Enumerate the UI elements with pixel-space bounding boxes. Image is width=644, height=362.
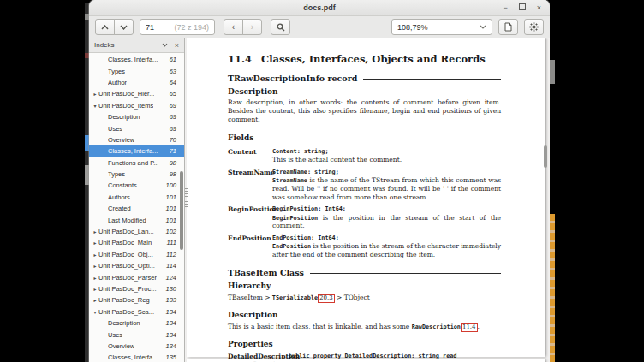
page-number-entry[interactable]: (72 z 194) (140, 19, 215, 35)
record-description: Raw description, in other words: the con… (228, 98, 501, 123)
sidebar-item[interactable]: Overview134 (89, 341, 184, 352)
next-page-button[interactable] (114, 19, 134, 35)
document-scrollbar-thumb[interactable] (544, 145, 547, 168)
field-definition: BeginPosition: Int64; BeginPosition is t… (272, 205, 501, 230)
sidebar-item-page: 70 (170, 136, 184, 144)
expander-collapsed-icon[interactable]: ▸ (92, 275, 98, 281)
sidebar-item-label: Uses (108, 331, 122, 339)
sidebar-item[interactable]: Types98 (89, 169, 184, 180)
history-forward-button[interactable]: › (242, 19, 262, 35)
zoom-level-value: 108,79% (397, 23, 428, 32)
sidebar-item[interactable]: Classes, Interfa...71 (89, 145, 184, 157)
history-back-button[interactable]: ‹ (224, 19, 243, 35)
titlebar[interactable]: docs.pdf − × (89, 0, 550, 16)
field-description: BeginPosition is the position in the str… (272, 214, 501, 230)
sidebar-item[interactable]: ▸Unit PasDoc_Proc...130 (89, 283, 184, 294)
sidebar-item[interactable]: Uses134 (89, 329, 184, 340)
sidebar-item[interactable]: Classes, Interfa...135 (89, 352, 184, 362)
sidebar-item-label: Constants (108, 181, 137, 189)
expander-collapsed-icon[interactable]: ▸ (92, 263, 98, 269)
expander-collapsed-icon[interactable]: ▸ (92, 240, 98, 246)
sidebar-item[interactable]: ▸Unit PasDoc_Opti...114 (89, 260, 184, 271)
sidebar-mode-label[interactable]: Indeks (94, 41, 115, 49)
sidebar-item-label: Classes, Interfa... (108, 147, 158, 155)
sidebar-item[interactable]: Description69 (89, 111, 184, 122)
sidebar-scrollbar-thumb[interactable] (180, 171, 183, 250)
menu-button[interactable] (524, 19, 544, 35)
desktop: docs.pdf − × (72 z 194) ‹ (0, 0, 644, 362)
sidebar-item-label: Unit PasDoc_Proc... (98, 285, 157, 293)
expander-expanded-icon[interactable]: ▾ (92, 309, 98, 315)
document-view[interactable]: 11.4 Classes, Interfaces, Objects and Re… (185, 38, 550, 362)
inline-code: TSerializable (272, 294, 318, 301)
background-stripes-artifact (550, 214, 555, 362)
properties-heading: Properties (228, 340, 501, 350)
annotations-button[interactable] (498, 19, 518, 35)
page-number-input[interactable] (146, 23, 163, 32)
sidebar-item[interactable]: ▸Unit PasDoc_Hier...65 (89, 88, 184, 99)
expander-collapsed-icon[interactable]: ▸ (92, 91, 98, 97)
sidebar-close-button[interactable]: × (175, 41, 179, 50)
close-button[interactable]: × (537, 4, 541, 12)
section-link[interactable]: 20.3 (318, 294, 335, 302)
sidebar-item[interactable]: Functions and P...98 (89, 157, 184, 169)
field-definition: EndPosition: Int64; EndPosition is the p… (272, 234, 501, 259)
field-desc-text: This is the actual content the comment. (272, 156, 402, 163)
description-heading: Description (228, 311, 501, 321)
section-number: 11.4 (228, 53, 252, 66)
sidebar-item[interactable]: ▸Unit PasDoc_Reg133 (89, 294, 184, 306)
heading-rule (363, 79, 501, 80)
class-title: TBaseItem Class (228, 268, 304, 278)
sidebar-item-page: 134 (165, 331, 184, 339)
sidebar-header: Indeks × (89, 38, 184, 53)
sidebar-item-label: Uses (108, 125, 122, 133)
field-signature: BeginPosition: Int64; (272, 205, 501, 212)
sidebar-item[interactable]: ▸Unit PasDoc_Parser124 (89, 271, 184, 282)
sidebar-item[interactable]: ▾Unit PasDoc_Items69 (89, 100, 184, 111)
sidebar-item[interactable]: Description134 (89, 317, 184, 329)
class-desc-text: . (478, 323, 480, 330)
maximize-button[interactable] (519, 3, 526, 12)
sidebar-item[interactable]: Author64 (89, 77, 184, 88)
heading-rule (310, 273, 501, 274)
sidebar-item[interactable]: ▸Unit PasDoc_Lan...102 (89, 226, 184, 237)
sidebar-item-label: Author (108, 79, 127, 86)
sidebar-item[interactable]: Last Modified101 (89, 214, 184, 225)
section-heading: 11.4 Classes, Interfaces, Objects and Re… (228, 53, 501, 66)
sidebar-item[interactable]: Classes, Interfa...61 (89, 54, 184, 65)
sidebar-item[interactable]: ▸Unit PasDoc_Obj...112 (89, 249, 184, 260)
section-link[interactable]: 11.4 (461, 323, 478, 331)
sidebar-item[interactable]: Overview70 (89, 134, 184, 145)
sidebar-item-label: Created (108, 205, 131, 212)
expander-collapsed-icon[interactable]: ▸ (92, 228, 98, 234)
search-button[interactable] (271, 19, 290, 35)
pane-splitter-handle[interactable] (185, 188, 188, 209)
expander-expanded-icon[interactable]: ▾ (92, 103, 98, 109)
field-signature: EndPosition: Int64; (272, 234, 501, 241)
sidebar-item[interactable]: ▸Unit PasDoc_Main111 (89, 237, 184, 248)
sidebar-item-label: Unit PasDoc_Main (98, 239, 152, 246)
sidebar-item[interactable]: Authors101 (89, 192, 184, 203)
chevron-up-icon (101, 25, 109, 30)
sidebar-item-page: 135 (165, 353, 184, 361)
expander-collapsed-icon[interactable]: ▸ (92, 252, 98, 258)
sidebar-item-label: Unit PasDoc_Lan... (98, 228, 154, 235)
sidebar-item-page: 98 (170, 159, 184, 167)
field-description: StreamName is the name of the TStream fr… (272, 176, 501, 201)
sidebar-item[interactable]: Types63 (89, 65, 184, 76)
chevron-down-icon[interactable] (162, 43, 168, 47)
sidebar-item[interactable]: Constants100 (89, 180, 184, 191)
minimize-button[interactable]: − (503, 4, 507, 12)
zoom-level-select[interactable]: 108,79% (391, 19, 492, 35)
sidebar-item[interactable]: Uses69 (89, 122, 184, 134)
sidebar-item-page: 69 (170, 102, 184, 110)
previous-page-button[interactable] (95, 19, 115, 35)
expander-collapsed-icon[interactable]: ▸ (92, 297, 98, 303)
expander-collapsed-icon[interactable]: ▸ (92, 286, 98, 292)
field-definition: StreamName: string; StreamName is the na… (272, 169, 501, 201)
window-title: docs.pdf (303, 3, 336, 12)
sidebar-item-label: Classes, Interfa... (108, 353, 158, 361)
class-heading: TBaseItem Class (228, 268, 501, 278)
sidebar-item[interactable]: ▾Unit PasDoc_Sca...134 (89, 306, 184, 317)
sidebar-item[interactable]: Created101 (89, 203, 184, 214)
